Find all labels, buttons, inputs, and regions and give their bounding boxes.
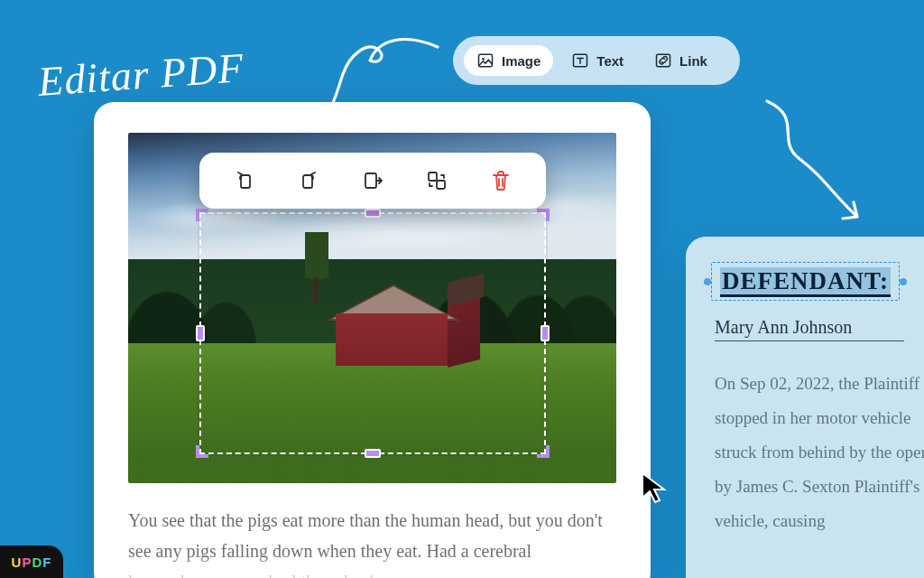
crop-handle-left[interactable] (196, 325, 205, 341)
extract-image-button[interactable] (352, 160, 393, 201)
mode-text-label: Text (596, 53, 624, 69)
main-editor-card: You see that the pigs eat more than the … (94, 102, 651, 578)
heading-selection[interactable]: DEFENDANT: (715, 266, 896, 297)
arrow-decoration-2 (749, 90, 893, 235)
mode-link-button[interactable]: Link (642, 45, 720, 76)
crop-handle-bottom[interactable] (365, 449, 381, 458)
crop-corner-br[interactable] (530, 438, 550, 458)
defendant-name[interactable]: Mary Ann Johnson (715, 317, 904, 341)
fade-overlay (94, 554, 651, 578)
delete-image-button[interactable] (480, 160, 522, 201)
crop-corner-tl[interactable] (196, 209, 216, 228)
crop-handle-right[interactable] (541, 325, 550, 341)
mode-image-button[interactable]: Image (464, 45, 553, 76)
svg-point-1 (482, 58, 485, 61)
mode-text-button[interactable]: Text (559, 45, 636, 76)
svg-rect-4 (241, 175, 250, 188)
rotate-left-button[interactable] (224, 160, 265, 201)
svg-rect-0 (479, 54, 493, 66)
crop-corner-tr[interactable] (530, 209, 550, 228)
mode-link-label: Link (679, 53, 707, 69)
selection-handle-left[interactable] (704, 278, 711, 285)
paragraph-text[interactable]: On Sep 02, 2022, the Plaintiff stopped i… (715, 367, 924, 538)
image-toolbar (199, 153, 546, 209)
crop-selection[interactable] (199, 212, 546, 454)
svg-rect-7 (429, 172, 437, 181)
text-icon (571, 51, 589, 70)
link-icon (654, 51, 672, 70)
svg-rect-6 (365, 173, 376, 188)
image-edit-area[interactable] (128, 133, 616, 483)
cursor-icon (640, 471, 670, 505)
replace-image-button[interactable] (416, 160, 457, 201)
selection-handle-right[interactable] (900, 278, 907, 285)
svg-rect-5 (303, 175, 312, 188)
fade-overlay-right (686, 535, 924, 578)
crop-corner-bl[interactable] (196, 438, 216, 458)
mode-image-label: Image (502, 53, 541, 69)
crop-handle-top[interactable] (365, 209, 381, 218)
mode-toolbar: Image Text Link (453, 36, 740, 85)
svg-rect-8 (437, 181, 445, 189)
image-icon (476, 51, 494, 70)
updf-logo: UPDF (0, 545, 63, 578)
rotate-right-button[interactable] (288, 160, 329, 201)
page-title: Editar PDF (36, 43, 245, 106)
svg-rect-3 (657, 54, 670, 66)
text-edit-card: DEFENDANT: Mary Ann Johnson On Sep 02, 2… (686, 237, 924, 578)
